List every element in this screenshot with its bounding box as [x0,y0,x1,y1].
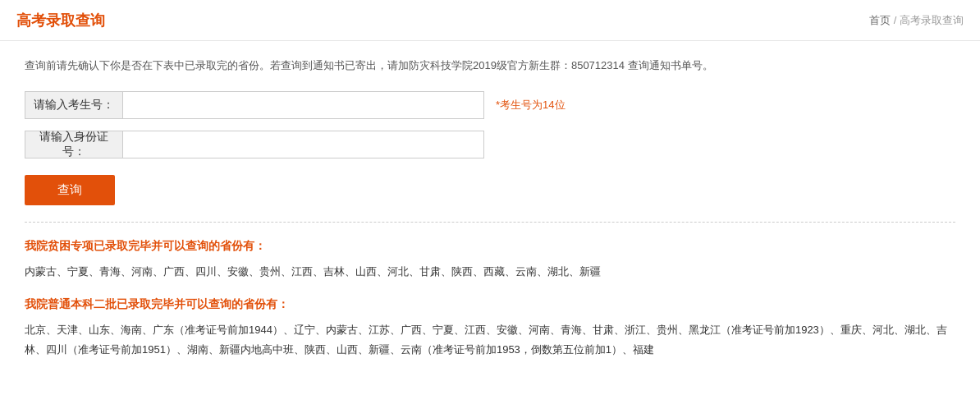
query-form: 请输入考生号： *考生号为14位 请输入身份证号： 查询 [25,91,955,205]
poverty-provinces: 内蒙古、宁夏、青海、河南、广西、四川、安徽、贵州、江西、吉林、山西、河北、甘肃、… [25,262,955,281]
exam-number-label: 请输入考生号： [25,91,123,119]
id-number-input[interactable] [123,131,484,158]
general-section: 我院普通本科二批已录取完毕并可以查询的省份有： 北京、天津、山东、海南、广东（准… [25,297,955,359]
breadcrumb-separator: / [894,14,900,26]
id-number-label: 请输入身份证号： [25,131,123,158]
query-button[interactable]: 查询 [25,175,115,205]
section-divider [25,222,955,223]
page-header: 高考录取查询 首页 / 高考录取查询 [0,0,980,41]
breadcrumb: 首页 / 高考录取查询 [869,13,964,28]
exam-number-input[interactable] [123,91,484,119]
exam-number-hint: *考生号为14位 [496,98,566,113]
general-section-title: 我院普通本科二批已录取完毕并可以查询的省份有： [25,297,955,312]
exam-number-row: 请输入考生号： *考生号为14位 [25,91,955,119]
main-content: 查询前请先确认下你是否在下表中已录取完的省份。若查询到通知书已寄出，请加防灾科技… [0,41,980,392]
general-provinces: 北京、天津、山东、海南、广东（准考证号前加1944）、辽宁、内蒙古、江苏、广西、… [25,320,955,359]
notice-text: 查询前请先确认下你是否在下表中已录取完的省份。若查询到通知书已寄出，请加防灾科技… [25,57,955,75]
poverty-section: 我院贫困专项已录取完毕并可以查询的省份有： 内蒙古、宁夏、青海、河南、广西、四川… [25,239,955,281]
breadcrumb-current: 高考录取查询 [900,14,964,26]
poverty-section-title: 我院贫困专项已录取完毕并可以查询的省份有： [25,239,955,254]
page-title: 高考录取查询 [16,11,105,30]
id-number-row: 请输入身份证号： [25,131,955,158]
breadcrumb-home[interactable]: 首页 [869,14,891,26]
